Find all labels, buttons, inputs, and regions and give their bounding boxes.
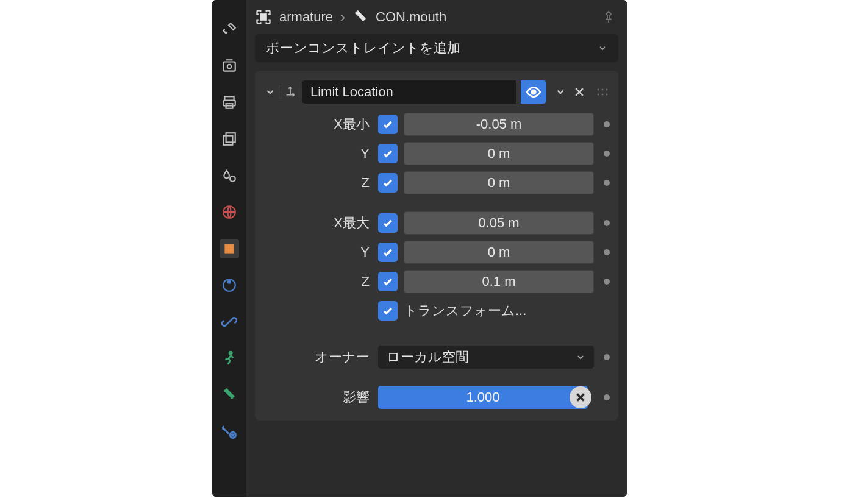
svg-point-1 — [227, 65, 232, 69]
eye-icon — [526, 84, 541, 100]
properties-panel: armature › CON.mouth ボーンコンストレイントを追加 — [212, 0, 627, 497]
breadcrumb: armature › CON.mouth — [246, 0, 627, 34]
keyframe-dot[interactable] — [604, 121, 610, 127]
keyframe-dot[interactable] — [604, 151, 610, 157]
affect-transform-check[interactable] — [378, 301, 398, 321]
move-axis-icon[interactable] — [281, 85, 297, 99]
max-y-row: Y 0 m — [262, 239, 611, 266]
min-z-value[interactable]: 0 m — [404, 171, 594, 194]
svg-point-19 — [598, 94, 599, 96]
bone-constraint-tab[interactable] — [220, 422, 239, 441]
world-tab[interactable] — [220, 202, 239, 222]
breadcrumb-bone[interactable]: CON.mouth — [376, 9, 446, 25]
svg-point-7 — [230, 176, 235, 182]
globe-icon — [221, 204, 237, 220]
owner-space-select[interactable]: ローカル空間 — [378, 346, 594, 369]
svg-point-21 — [606, 94, 608, 96]
max-z-check[interactable] — [378, 272, 398, 291]
min-x-value[interactable]: -0.05 m — [404, 113, 594, 136]
check-icon — [382, 305, 394, 317]
breadcrumb-armature[interactable]: armature — [279, 9, 333, 25]
armature-tab[interactable] — [220, 349, 239, 368]
constraint-visibility-toggle[interactable] — [521, 80, 546, 104]
tool-tab[interactable] — [220, 20, 239, 39]
svg-point-15 — [532, 90, 536, 94]
min-x-check[interactable] — [378, 115, 398, 134]
bone-icon — [221, 387, 237, 403]
affect-transform-label: トランスフォーム... — [404, 302, 526, 320]
owner-label: オーナー — [262, 348, 372, 366]
keyframe-dot[interactable] — [604, 180, 610, 186]
chevron-down-icon — [576, 352, 585, 362]
constraint-delete[interactable] — [573, 86, 585, 98]
svg-point-18 — [606, 89, 608, 91]
bone-icon — [352, 9, 368, 25]
influence-label: 影響 — [262, 388, 372, 406]
min-y-check[interactable] — [378, 144, 398, 163]
max-x-value[interactable]: 0.05 m — [404, 211, 594, 235]
svg-rect-5 — [223, 136, 232, 145]
check-icon — [382, 147, 394, 160]
check-icon — [382, 217, 394, 229]
check-icon — [382, 246, 394, 258]
constraints-tab[interactable] — [220, 312, 239, 332]
keyframe-dot[interactable] — [604, 279, 610, 285]
max-y-value[interactable]: 0 m — [404, 241, 594, 264]
constraint-header: Limit Location — [262, 78, 611, 111]
add-constraint-dropdown[interactable]: ボーンコンストレイントを追加 — [255, 34, 618, 62]
running-man-icon — [221, 350, 237, 366]
max-x-label: X最大 — [262, 214, 372, 232]
svg-rect-14 — [260, 14, 266, 20]
scene-tab[interactable] — [220, 166, 239, 185]
pin-icon[interactable] — [601, 10, 616, 24]
drag-grip-icon[interactable] — [596, 88, 609, 96]
max-y-check[interactable] — [378, 243, 398, 262]
max-x-check[interactable] — [378, 213, 398, 233]
chevron-right-icon: › — [340, 9, 345, 26]
add-constraint-label: ボーンコンストレイントを追加 — [266, 39, 460, 57]
affect-transform-row: トランスフォーム... — [262, 297, 611, 324]
keyframe-dot[interactable] — [604, 220, 610, 226]
droplet-cone-icon — [221, 168, 237, 183]
keyframe-dot[interactable] — [604, 394, 610, 400]
max-z-row: Z 0.1 m — [262, 268, 611, 295]
min-z-row: Z 0 m — [262, 169, 611, 196]
min-z-check[interactable] — [378, 173, 398, 193]
max-z-value[interactable]: 0.1 m — [404, 270, 594, 293]
owner-row: オーナー ローカル空間 — [262, 344, 611, 371]
keyframe-dot[interactable] — [604, 249, 610, 255]
viewlayer-tab[interactable] — [220, 129, 239, 149]
properties-tabs-sidebar — [212, 0, 246, 497]
bone-tab[interactable] — [220, 385, 239, 405]
check-icon — [382, 118, 394, 130]
atom-icon — [221, 277, 237, 293]
render-tab[interactable] — [220, 56, 239, 76]
output-tab[interactable] — [220, 93, 239, 112]
svg-point-12 — [229, 352, 232, 354]
printer-icon — [221, 94, 237, 110]
properties-main: armature › CON.mouth ボーンコンストレイントを追加 — [246, 0, 627, 497]
expand-toggle[interactable] — [265, 87, 276, 98]
svg-point-16 — [598, 89, 599, 91]
bone-constraint-icon — [221, 423, 238, 440]
svg-point-11 — [228, 280, 231, 283]
max-x-row: X最大 0.05 m — [262, 210, 611, 236]
physics-tab[interactable] — [220, 275, 239, 295]
armature-object-icon — [255, 9, 272, 26]
svg-point-17 — [602, 89, 604, 91]
constraint-extras-menu[interactable] — [555, 87, 566, 98]
influence-clear-button[interactable] — [570, 386, 591, 408]
check-icon — [382, 275, 394, 288]
min-y-value[interactable]: 0 m — [404, 142, 594, 165]
min-x-label: X最小 — [262, 115, 372, 133]
min-y-row: Y 0 m — [262, 140, 611, 167]
svg-rect-9 — [224, 244, 234, 253]
min-z-label: Z — [262, 175, 372, 191]
x-circle-icon — [574, 391, 587, 404]
influence-slider[interactable]: 1.000 — [378, 386, 588, 409]
object-tab[interactable] — [220, 239, 239, 258]
constraint-name-field[interactable]: Limit Location — [302, 80, 516, 104]
svg-rect-0 — [223, 62, 235, 71]
max-z-label: Z — [262, 274, 372, 289]
keyframe-dot[interactable] — [604, 354, 610, 360]
